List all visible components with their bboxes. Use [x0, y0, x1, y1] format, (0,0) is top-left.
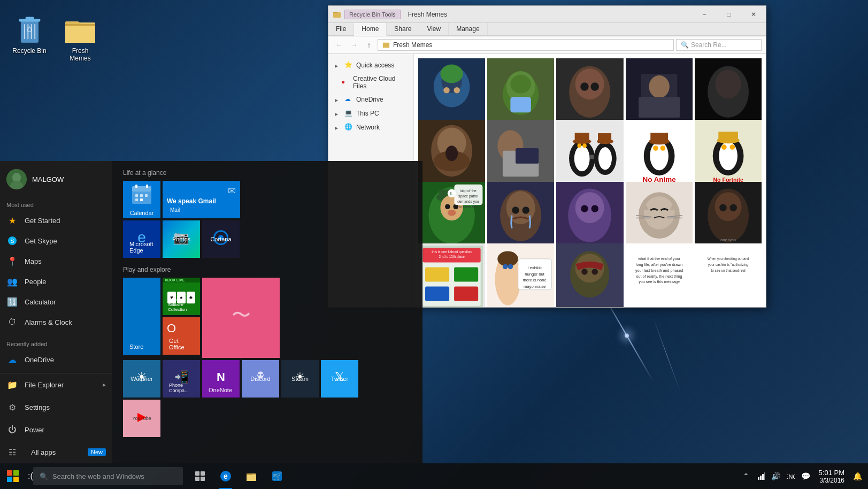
file-thumb-4[interactable] — [626, 58, 693, 125]
tray-clock[interactable]: 5:01 PM 3/3/2016 — [815, 467, 849, 486]
alarm-icon: ⏱ — [6, 316, 18, 328]
file-thumb-penguin[interactable] — [556, 120, 623, 187]
tray-icon-network[interactable] — [755, 463, 767, 489]
file-thumb-no-anime[interactable]: No Anime — [626, 120, 693, 187]
tile-onenote[interactable]: N OneNote — [202, 360, 240, 398]
tile-photos[interactable]: 📷 Photos — [163, 220, 200, 258]
svg-rect-7 — [25, 17, 34, 20]
power-icon: ⏻ — [6, 424, 18, 435]
nav-item-people[interactable]: 👥 People — [0, 271, 112, 292]
file-thumb-bandana[interactable] — [556, 243, 623, 307]
onedrive-label: OneDrive — [356, 96, 383, 103]
file-thumb-5[interactable] — [695, 58, 762, 125]
nav-item-all-apps[interactable]: ☷ All apps New — [0, 441, 112, 463]
light-beam2-decoration — [653, 317, 681, 393]
file-thumb-no-fortnite[interactable]: No Fortnite — [695, 120, 762, 187]
maximize-button[interactable]: □ — [717, 6, 741, 23]
tile-steam[interactable]: ☀ Steam — [281, 360, 319, 398]
user-profile[interactable]: MALGOW — [0, 161, 112, 197]
ribbon-tab-view[interactable]: View — [419, 23, 449, 35]
search-box[interactable]: 🔍 Search Re... — [676, 39, 762, 51]
tile-store[interactable]: 🛒 Store — [123, 278, 160, 355]
tile-youtube[interactable]: ▶ YouTube — [123, 400, 160, 437]
close-button[interactable]: ✕ — [741, 6, 766, 23]
file-thumb-crying[interactable] — [487, 182, 554, 249]
tile-calendar[interactable]: Calendar — [123, 181, 160, 218]
file-thumb-cat[interactable] — [626, 182, 693, 249]
svg-point-82 — [448, 210, 456, 216]
ribbon-tab-file[interactable]: File — [328, 23, 354, 35]
tile-pink-large[interactable]: 〜 — [202, 278, 280, 358]
file-thumb-checkout[interactable]: When you checking out and your cashier i… — [695, 243, 762, 307]
file-thumb-2[interactable] — [487, 58, 554, 125]
up-button[interactable]: ↑ — [363, 39, 375, 51]
nav-item-calculator[interactable]: 🔢 Calculator — [0, 292, 112, 312]
sidebar-item-quick-access[interactable]: ⭐ Quick access — [328, 58, 413, 72]
taskbar-icon-edge[interactable]: e — [213, 463, 239, 489]
svg-point-72 — [721, 144, 727, 150]
thumb-bandana-content — [556, 243, 623, 307]
thumb-6-content — [418, 120, 485, 187]
sidebar-item-onedrive[interactable]: ☁ OneDrive — [328, 93, 413, 106]
file-thumb-kahoot[interactable]: this is one kahoot question 2nd to 15th … — [418, 243, 485, 307]
file-thumb-7[interactable] — [487, 120, 554, 187]
tile-get-office[interactable]: O Get Office — [163, 317, 200, 355]
nav-item-get-skype[interactable]: S Get Skype — [0, 231, 112, 251]
tile-xbox[interactable]: XBOX LIVE ♥ ♠ ♣ MicrosoftSolitaire Colle… — [163, 278, 200, 315]
nav-item-maps[interactable]: 📍 Maps — [0, 251, 112, 271]
taskbar-icon-store[interactable]: 🛒 — [264, 463, 290, 489]
tile-weather[interactable]: ☀ Weather — [123, 360, 160, 398]
file-thumb-luigi[interactable]: L luigi of the space patrol demands you … — [418, 182, 485, 249]
tray-icon-volume[interactable]: 🔊 — [770, 463, 782, 489]
svg-rect-181 — [760, 476, 762, 480]
ribbon-tab-manage[interactable]: Manage — [449, 23, 487, 35]
nav-item-file-explorer[interactable]: 📁 File Explorer ▸ — [0, 373, 112, 396]
start-button[interactable] — [0, 463, 26, 489]
ribbon-tab-home[interactable]: Home — [354, 23, 387, 36]
nav-item-get-started[interactable]: ★ Get Started — [0, 210, 112, 231]
file-thumb-purple[interactable] — [556, 182, 623, 249]
play-tiles-row3: ▶ YouTube — [123, 400, 414, 437]
file-thumb-whatif[interactable]: what if at the end of your long life, af… — [626, 243, 693, 307]
sidebar-item-network[interactable]: 🌐 Network — [328, 120, 413, 134]
nav-item-alarms[interactable]: ⏱ Alarms & Clock — [0, 312, 112, 332]
file-thumb-3[interactable] — [556, 58, 623, 125]
tile-edge[interactable]: e Microsoft Edge — [123, 220, 160, 258]
this-pc-label: This PC — [356, 110, 379, 117]
tile-mail[interactable]: ✉ We speak Gmail Mail — [163, 181, 240, 218]
pink-tile-icon: 〜 — [232, 302, 251, 328]
tile-phone[interactable]: 📲 Phone Compa... — [163, 360, 200, 398]
forward-button[interactable]: → — [348, 39, 360, 51]
taskbar-icon-explorer[interactable] — [239, 463, 264, 489]
tile-twitter[interactable]: 𝕏 Twitter — [321, 360, 358, 398]
minimize-button[interactable]: − — [692, 6, 717, 23]
tile-discord[interactable]: Discord — [242, 360, 279, 398]
svg-point-64 — [653, 146, 658, 151]
tray-icon-chevron[interactable]: ⌃ — [740, 463, 752, 489]
file-thumb-anime-speech[interactable]: I exhibit hunger but there is none mayon… — [487, 243, 554, 307]
network-tray-icon — [757, 472, 765, 480]
ribbon-tab-share[interactable]: Share — [387, 23, 419, 35]
file-thumb-dark2[interactable]: one who — [695, 182, 762, 249]
nav-item-power[interactable]: ⏻ Power — [0, 418, 112, 441]
sidebar-item-creative-cloud[interactable]: ● Creative Cloud Files — [328, 72, 413, 93]
back-button[interactable]: ← — [333, 39, 345, 51]
svg-text:space patrol: space patrol — [458, 194, 478, 198]
tray-icon-chat[interactable]: 💬 — [800, 463, 812, 489]
file-thumb-1[interactable] — [418, 58, 485, 125]
nav-item-onedrive[interactable]: ☁ OneDrive — [0, 349, 112, 370]
file-thumb-6[interactable] — [418, 120, 485, 187]
cortana-label: Cortana — [207, 234, 234, 244]
svg-point-52 — [583, 144, 587, 148]
tile-cortana[interactable]: Cortana — [202, 220, 240, 258]
search-placeholder: Search Re... — [691, 41, 727, 49]
desktop-icon-fresh-memes[interactable]: Fresh Memes — [59, 11, 102, 64]
nav-item-settings[interactable]: ⚙ Settings — [0, 396, 112, 418]
taskbar-search[interactable]: 🔍 Search the web and Windows — [33, 467, 183, 485]
taskbar-icon-task-view[interactable] — [187, 463, 213, 489]
tray-icon-language[interactable]: ENG — [785, 463, 797, 489]
tray-icon-notification[interactable]: 🔔 — [851, 463, 864, 489]
sidebar-item-this-pc[interactable]: 💻 This PC — [328, 106, 413, 120]
address-path[interactable]: Fresh Memes — [378, 39, 674, 51]
desktop-icon-recycle-bin[interactable]: Recycle Bin — [8, 11, 51, 57]
